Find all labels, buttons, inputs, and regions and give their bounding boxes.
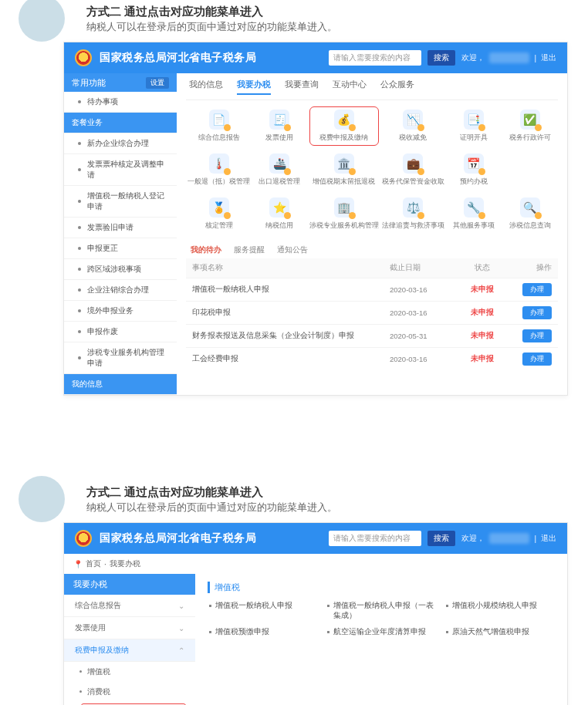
handle-button[interactable]: 办理 <box>522 329 552 342</box>
col-status: 状态 <box>459 263 505 273</box>
subtab-remind[interactable]: 服务提醒 <box>234 245 265 255</box>
link-grid: 增值税一般纳税人申报 增值税一般纳税人申报（一表集成） 增值税小规模纳税人申报 … <box>208 601 555 637</box>
cell-status: 未申报 <box>459 308 505 318</box>
sidebar: 常用功能 设置 待办事项 套餐业务 新办企业综合办理 发票票种核定及调整申请 增… <box>64 73 177 395</box>
sub-item[interactable]: 增值税 <box>64 662 195 682</box>
search-button[interactable]: 搜索 <box>427 50 455 66</box>
emblem-icon <box>75 49 92 66</box>
tile[interactable]: 🚢出口退税管理 <box>253 150 306 190</box>
user-name-blurred <box>489 533 529 544</box>
cert-icon: 📑 <box>464 110 484 130</box>
link-item[interactable]: 增值税一般纳税人申报（一表集成） <box>326 601 436 621</box>
cell-status: 未申报 <box>459 285 505 295</box>
link-item[interactable]: 增值税一般纳税人申报 <box>208 601 318 621</box>
exit-link[interactable]: 退出 <box>541 52 556 63</box>
subtab-notice[interactable]: 通知公告 <box>277 245 308 255</box>
handle-button[interactable]: 办理 <box>522 283 552 296</box>
tile[interactable]: 🧾发票使用 <box>253 106 306 146</box>
function-tiles: 📄综合信息报告 🧾发票使用 💰税费申报及缴纳 📉税收减免 📑证明开具 ✅税务行政… <box>186 100 558 237</box>
tile-label: 税费申报及缴纳 <box>319 133 368 143</box>
cell-date: 2020-03-16 <box>390 309 459 317</box>
tile[interactable]: ✅税务行政许可 <box>503 106 556 146</box>
sidebar-item[interactable]: 申报作废 <box>64 322 177 342</box>
table-row: 印花税申报 2020-03-16 未申报 办理 <box>186 301 558 324</box>
tile[interactable]: 🏢涉税专业服务机构管理 <box>309 194 379 234</box>
search-input[interactable]: 请输入需要搜索的内容 <box>329 531 421 546</box>
law-icon: ⚖️ <box>403 197 423 218</box>
sub-item[interactable]: 消费税 <box>64 682 195 702</box>
caption-desc: 纳税人可以在登录后的页面中通过对应的功能菜单进入。 <box>86 21 588 34</box>
subtab-todo[interactable]: 我的待办 <box>191 245 221 255</box>
caption-title: 方式二 通过点击对应功能菜单进入 <box>86 485 588 500</box>
tile[interactable]: 🌡️一般退（抵）税管理 <box>188 150 250 190</box>
acc-item[interactable]: 综合信息报告 ⌄ <box>64 595 195 617</box>
exit-link[interactable]: 退出 <box>541 533 556 544</box>
tile[interactable]: ⚖️法律追责与救济事项 <box>382 194 444 234</box>
sidebar-item[interactable]: 待办事项 <box>64 92 177 113</box>
export-icon: 🚢 <box>269 153 289 174</box>
sidebar-item[interactable]: 涉税专业服务机构管理申请 <box>64 342 177 374</box>
tile[interactable]: 🔍涉税信息查询 <box>503 194 556 234</box>
sidebar-settings-button[interactable]: 设置 <box>146 77 169 89</box>
sidebar-category[interactable]: 套餐业务 <box>64 113 177 133</box>
tile[interactable]: 💼税务代保管资金收取 <box>382 150 444 190</box>
chevron-down-icon: ⌄ <box>178 624 184 632</box>
link-item[interactable]: 航空运输企业年度清算申报 <box>326 627 436 637</box>
tab-handle[interactable]: 我要办税 <box>237 79 271 95</box>
vat-icon: 🏛️ <box>334 153 354 174</box>
credit-icon: ⭐ <box>269 197 289 218</box>
user-name-blurred <box>489 52 529 63</box>
tile[interactable]: 🔧其他服务事项 <box>448 194 501 234</box>
search-button[interactable]: 搜索 <box>427 531 455 546</box>
welcome-label: 欢迎， <box>461 533 485 544</box>
tab-myinfo[interactable]: 我的信息 <box>189 79 223 95</box>
tile[interactable]: 📉税收减免 <box>382 106 444 146</box>
tile-highlighted[interactable]: 💰税费申报及缴纳 <box>309 106 379 146</box>
tile-label: 出口退税管理 <box>259 177 300 187</box>
cell-date: 2020-03-16 <box>390 285 459 294</box>
tab-public[interactable]: 公众服务 <box>380 79 414 95</box>
sidebar-item[interactable]: 企业注销综合办理 <box>64 280 177 301</box>
crumb-home[interactable]: 首页 <box>86 558 101 569</box>
topbar: 国家税务总局河北省电子税务局 请输入需要搜索的内容 搜索 欢迎， | 退出 <box>64 523 567 554</box>
acc-item[interactable]: 发票使用 ⌄ <box>64 617 195 639</box>
link-item[interactable]: 增值税预缴申报 <box>208 627 318 637</box>
query-icon: 🔍 <box>520 197 540 218</box>
acc-item-open[interactable]: 税费申报及缴纳 ⌃ <box>64 639 195 662</box>
tile[interactable]: 📄综合信息报告 <box>188 106 250 146</box>
sidebar-item[interactable]: 跨区域涉税事项 <box>64 259 177 280</box>
crumb-current: 我要办税 <box>110 558 140 569</box>
tile-label: 综合信息报告 <box>198 133 240 143</box>
link-item[interactable]: 增值税小规模纳税人申报 <box>444 601 555 621</box>
cell-name: 财务报表报送及信息采集（企业会计制度）申报 <box>192 331 390 341</box>
topbar: 国家税务总局河北省电子税务局 请输入需要搜索的内容 搜索 欢迎， | 退出 <box>64 42 567 73</box>
assess-icon: 🏅 <box>209 197 229 218</box>
tile[interactable]: 🏛️增值税期末留抵退税 <box>309 150 379 190</box>
search-input[interactable]: 请输入需要搜索的内容 <box>329 50 421 66</box>
sidebar-item[interactable]: 申报更正 <box>64 238 177 259</box>
tab-query[interactable]: 我要查询 <box>285 79 319 95</box>
emblem-icon <box>75 530 92 547</box>
sidebar-item[interactable]: 增值税一般纳税人登记申请 <box>64 186 177 218</box>
reduce-icon: 📉 <box>403 110 423 130</box>
sub-tabs: 我的待办 服务提醒 通知公告 <box>186 237 558 258</box>
link-item[interactable]: 原油天然气增值税申报 <box>444 627 555 637</box>
sidebar-item[interactable]: 发票验旧申请 <box>64 218 177 238</box>
cell-name: 增值税一般纳税人申报 <box>192 285 390 295</box>
sidebar-item[interactable]: 发票票种核定及调整申请 <box>64 154 177 186</box>
sidebar-category[interactable]: 我的信息 <box>64 374 177 395</box>
chevron-down-icon: ⌄ <box>178 602 184 610</box>
site-title: 国家税务总局河北省电子税务局 <box>100 531 256 545</box>
sidebar-item[interactable]: 新办企业综合办理 <box>64 133 177 154</box>
tab-interact[interactable]: 互动中心 <box>333 79 367 95</box>
col-name: 事项名称 <box>192 263 390 273</box>
tile[interactable]: 🏅核定管理 <box>188 194 250 234</box>
tile[interactable]: 📅预约办税 <box>448 150 501 190</box>
handle-button[interactable]: 办理 <box>522 306 552 319</box>
cell-date: 2020-05-31 <box>390 332 459 340</box>
app-window-1: 国家税务总局河北省电子税务局 请输入需要搜索的内容 搜索 欢迎， | 退出 常用… <box>63 42 568 396</box>
handle-button[interactable]: 办理 <box>522 352 552 366</box>
tile[interactable]: 📑证明开具 <box>448 106 501 146</box>
tile[interactable]: ⭐纳税信用 <box>253 194 306 234</box>
sidebar-item[interactable]: 境外申报业务 <box>64 301 177 322</box>
